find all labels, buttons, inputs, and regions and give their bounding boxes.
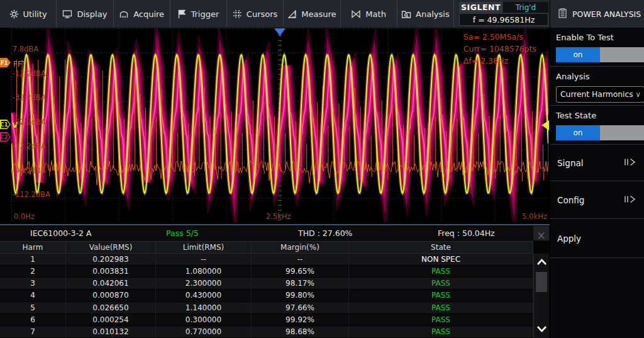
channel-badge-f1[interactable]: F1: [0, 58, 11, 67]
table-row[interactable]: 40.0008700.43000099.80%PASS: [0, 290, 533, 301]
menu-item-label: Utility: [23, 9, 47, 19]
state-cell: PASS: [349, 326, 533, 338]
expand-icon: [623, 157, 636, 169]
table-row[interactable]: 50.0266501.14000097.66%PASS: [0, 302, 533, 314]
table-title-row: IEC61000-3-2 A Pass 5/5 THD : 27.60% Fre…: [0, 225, 550, 241]
scrollbar-up-button[interactable]: [534, 254, 550, 271]
freq-axis-label: 0.0Hz: [14, 212, 35, 221]
table-header-row: HarmValue(RMS)Limit(RMS)Margin(%)State: [0, 241, 533, 254]
table-cell: 99.80%: [252, 290, 349, 301]
db-axis-label: -52.2dBA: [13, 118, 46, 127]
table-row[interactable]: 30.0420612.30000098.17%PASS: [0, 278, 533, 290]
freq-readout: Freq : 50.04Hz: [438, 228, 495, 238]
menu-item-measure[interactable]: Measure: [284, 0, 340, 28]
menu-item-cursors[interactable]: Cursors: [227, 0, 284, 28]
state-cell: NON SPEC: [349, 254, 533, 266]
menu-item-trigger[interactable]: Trigger: [170, 0, 227, 28]
expand-icon: [623, 194, 636, 206]
column-header: Harm: [0, 242, 66, 253]
close-table-button[interactable]: ×: [533, 226, 549, 240]
button-label: Signal: [557, 158, 583, 168]
table-cell: 2: [0, 266, 66, 278]
apply-button[interactable]: Apply: [550, 219, 644, 258]
table-cell: 98.17%: [252, 278, 349, 290]
scrollbar-down-button[interactable]: [534, 320, 550, 338]
channel-badge-c1[interactable]: C1: [0, 120, 11, 129]
table-cell: 1.140000: [156, 302, 252, 314]
button-label: Apply: [557, 234, 581, 244]
state-cell: PASS: [349, 290, 533, 301]
menu-item-utility[interactable]: Utility: [0, 0, 57, 28]
table-body: 10.202983----NON SPEC20.0038311.08000099…: [0, 254, 533, 338]
table-cell: 4: [0, 290, 66, 301]
table-row[interactable]: 10.202983----NON SPEC: [0, 254, 533, 266]
math-icon: [351, 9, 361, 19]
table-cell: 5: [0, 302, 66, 314]
table-row[interactable]: 60.0002540.30000099.92%PASS: [0, 314, 533, 326]
chevron-down-icon: [536, 324, 547, 335]
menu-item-label: Display: [77, 9, 107, 19]
toggle-off-state: [600, 125, 644, 140]
table-cell: 7: [0, 326, 66, 338]
table-cell: 0.042061: [66, 278, 156, 290]
test-state-label: Test State: [556, 111, 638, 120]
table-row[interactable]: 70.0101320.77000098.68%PASS: [0, 326, 533, 338]
column-header: Limit(RMS): [156, 242, 252, 253]
measure-icon: [287, 9, 297, 19]
config-button[interactable]: Config: [550, 181, 644, 219]
trigger-level-marker[interactable]: [541, 120, 549, 130]
signal-button[interactable]: Signal: [550, 145, 644, 181]
column-header: Margin(%): [252, 242, 349, 253]
close-icon: ×: [536, 229, 545, 242]
trigger-status-badge: Trig'd: [503, 2, 548, 13]
badge-label: F1: [0, 58, 11, 67]
frequency-readout: f = 49.96581Hz: [459, 13, 548, 26]
channel-badge-c2[interactable]: C2: [0, 132, 11, 142]
menu-item-math[interactable]: Math: [341, 0, 397, 28]
table-row[interactable]: 20.0038311.08000099.65%PASS: [0, 266, 533, 278]
menu-item-label: Acquire: [133, 9, 164, 19]
table-cell: --: [252, 254, 349, 266]
table-cell: 0.000870: [66, 290, 156, 301]
toggle-on-state: on: [556, 125, 600, 140]
table-cell: 1.080000: [156, 266, 252, 278]
table-cell: 0.000254: [66, 314, 156, 326]
state-cell: PASS: [349, 302, 533, 314]
table-cell: 97.66%: [252, 302, 349, 314]
cursors-icon: [233, 9, 242, 19]
analysis-type-select[interactable]: Current Harmonics ∨: [556, 86, 644, 103]
table-cell: 0.300000: [156, 314, 252, 326]
table-cell: 2.300000: [156, 278, 252, 290]
panel-title: POWER ANALYSIS: [572, 9, 641, 19]
test-state-toggle[interactable]: on: [556, 125, 644, 140]
db-axis-label: -92.2dBA: [13, 166, 46, 175]
clipboard-icon: [558, 8, 567, 20]
db-axis-label: -12.2dBA: [13, 69, 46, 78]
menu-item-display[interactable]: Display: [57, 0, 113, 28]
power-analysis-header: POWER ANALYSIS: [550, 0, 644, 28]
chevron-up-icon: [536, 256, 547, 268]
acquisition-info: Sa= 2.50MSa/s Curr= 1048576pts Δf= 2.38H…: [464, 31, 536, 67]
scrollbar-thumb[interactable]: [536, 272, 547, 292]
waveform-display: FFT V F1C1C2 7.8dBA-12.2dBA-32.2dBA-52.2…: [0, 28, 550, 224]
delta-f: Δf= 2.38Hz: [464, 55, 536, 67]
power-analysis-panel: Enable To Test on Analysis Current Harmo…: [550, 28, 644, 338]
menu-item-analysis[interactable]: Analysis: [397, 0, 454, 28]
table-scrollbar[interactable]: [533, 254, 549, 338]
button-label: Config: [557, 195, 584, 205]
enable-to-test-toggle[interactable]: on: [556, 47, 644, 62]
toggle-on-state: on: [556, 47, 600, 62]
panel-empty-area: [550, 258, 644, 338]
logo-cluster: SIGLENT Trig'd f = 49.96581Hz: [459, 2, 548, 26]
analysis-section: Analysis Current Harmonics ∨: [550, 67, 644, 106]
trigger-position-marker[interactable]: [274, 28, 286, 36]
menu-item-label: Trigger: [191, 9, 219, 19]
points-count: Curr= 1048576pts: [464, 43, 536, 55]
state-cell: PASS: [349, 266, 533, 278]
column-header: Value(RMS): [66, 242, 156, 253]
display-icon: [62, 9, 72, 19]
menu-item-label: Cursors: [247, 9, 278, 19]
menu-items: UtilityDisplayAcquireTriggerCursorsMeasu…: [0, 0, 454, 28]
state-cell: PASS: [349, 314, 533, 326]
menu-item-acquire[interactable]: Acquire: [114, 0, 170, 28]
